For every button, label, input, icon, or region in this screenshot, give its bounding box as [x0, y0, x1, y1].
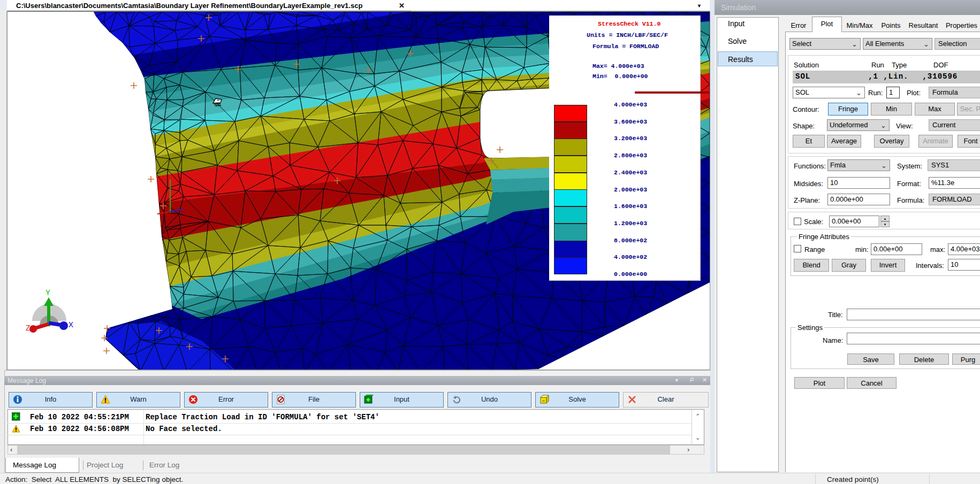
- svg-text:X: X: [69, 321, 73, 330]
- svg-text:Z: Z: [26, 324, 30, 333]
- svg-text:Y: Y: [45, 289, 50, 298]
